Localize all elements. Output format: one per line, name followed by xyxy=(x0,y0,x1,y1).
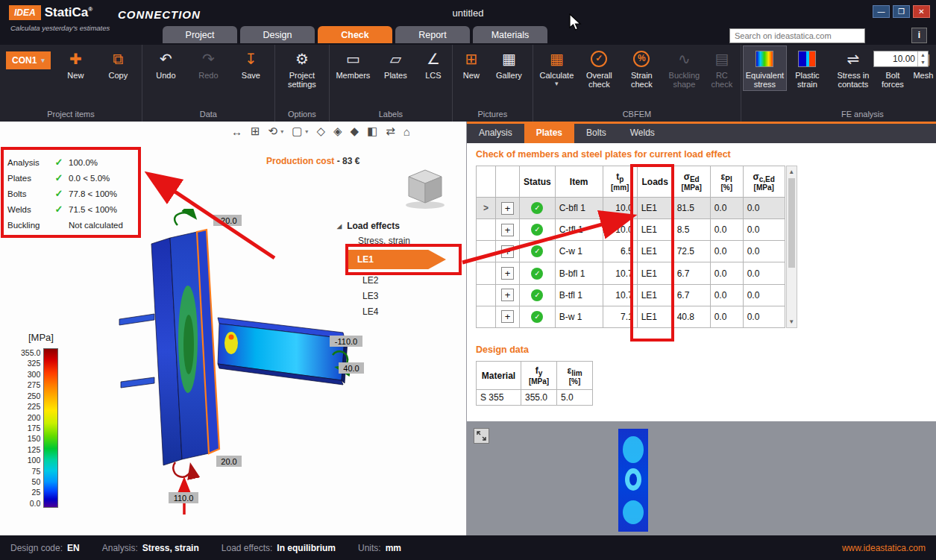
new-picture-button[interactable]: ⊞ New xyxy=(455,46,488,81)
close-button[interactable]: ✕ xyxy=(913,5,930,18)
expand-plus-button[interactable]: + xyxy=(501,310,514,323)
plastic-strain-button[interactable]: Plastic strain xyxy=(786,46,829,90)
buckling-shape-icon: ∿ xyxy=(678,48,691,69)
production-cost: Production cost - 83 € xyxy=(266,156,359,166)
scroll-down-icon[interactable]: ▼ xyxy=(787,316,797,327)
overall-check-button[interactable]: ✓ Overall check xyxy=(578,46,621,90)
shading-view-icon[interactable]: ◧ xyxy=(367,125,377,138)
table-scrollbar[interactable]: ▲ ▼ xyxy=(786,166,797,328)
members-labels-button[interactable]: ▭ Members xyxy=(332,46,374,81)
row-expander[interactable]: > xyxy=(477,198,496,219)
tab-bolts[interactable]: Bolts xyxy=(574,124,618,143)
clip-plane-icon[interactable]: ▢ xyxy=(292,125,302,138)
design-data-heading: Design data xyxy=(476,345,936,355)
scroll-up-icon[interactable]: ▲ xyxy=(787,166,797,177)
table-row[interactable]: > + ✓ C-bfl 1 10.0 LE1 81.5 0.0 0.0 xyxy=(477,198,785,219)
status-ok-icon: ✓ xyxy=(531,311,543,323)
brand-tagline: Calculata yesterday's estimates xyxy=(10,24,110,32)
deformation-scale-spinner[interactable]: 10.00 ▲ ▼ xyxy=(873,51,929,67)
fit-view-icon[interactable]: ⊞ xyxy=(251,125,260,138)
connection-3d-model[interactable]: -20.0 -110.0 40.0 20.0 110.0 xyxy=(104,209,403,522)
chevron-down-icon: ▾ xyxy=(41,57,45,64)
spinner-up-icon[interactable]: ▲ xyxy=(918,51,928,59)
status-bar: Design code: EN Analysis: Stress, strain… xyxy=(0,535,936,560)
table-row[interactable]: + ✓ B-bfl 1 10.7 LE1 6.7 0.0 0.0 xyxy=(477,262,785,284)
tab-check[interactable]: Check xyxy=(318,26,392,43)
tab-plates[interactable]: Plates xyxy=(524,124,574,143)
save-button[interactable]: ↧ Save xyxy=(230,46,272,81)
status-ok-icon: ✓ xyxy=(531,245,543,257)
overall-check-icon: ✓ xyxy=(591,51,607,67)
table-row[interactable]: + ✓ B-tfl 1 10.7 LE1 6.7 0.0 0.0 xyxy=(477,284,785,306)
minimize-button[interactable]: — xyxy=(873,5,890,18)
check-ok-icon: ✓ xyxy=(49,188,69,199)
check-heading: Check of members and steel plates for cu… xyxy=(476,149,936,160)
main-tab-bar: Project Design Check Report Materials xyxy=(163,26,547,43)
expand-preview-button[interactable] xyxy=(474,428,489,444)
navigation-cube[interactable] xyxy=(400,166,449,210)
ribbon-group-labels: ▭ Members ▱ Plates ∠ LCS Labels xyxy=(330,45,453,122)
plates-labels-button[interactable]: ▱ Plates xyxy=(374,46,417,81)
3d-viewport[interactable]: ↔ ⊞ ⟲ ▾ ▢ ▾ ◇ ◈ ◆ ◧ ⇄ ⌂ Analysis ✓ 100.0… xyxy=(0,122,466,535)
search-input[interactable] xyxy=(729,28,865,43)
scrollbar-thumb[interactable] xyxy=(788,178,795,268)
new-picture-icon: ⊞ xyxy=(465,48,477,69)
gallery-button[interactable]: ▦ Gallery xyxy=(488,46,530,81)
spinner-down-icon[interactable]: ▼ xyxy=(918,59,928,66)
buckling-shape-button[interactable]: ∿ Buckling shape xyxy=(663,46,706,90)
expand-plus-button[interactable]: + xyxy=(501,289,514,301)
check-ok-icon: ✓ xyxy=(49,172,69,183)
front-view-icon[interactable]: ◈ xyxy=(333,125,342,138)
measure-icon[interactable]: ↔ xyxy=(231,125,242,138)
mirror-view-icon[interactable]: ⇄ xyxy=(386,125,395,138)
plastic-strain-icon xyxy=(798,51,816,67)
rc-check-button[interactable]: ▤ RC check xyxy=(706,46,738,90)
rotate-view-icon[interactable]: ⟲ xyxy=(268,125,278,138)
load-label-right-moment: 40.0 xyxy=(343,364,359,373)
expand-plus-button[interactable]: + xyxy=(501,245,514,258)
tab-welds[interactable]: Welds xyxy=(618,124,667,143)
table-row[interactable]: + ✓ C-tfl 1 10.0 LE1 8.5 0.0 0.0 xyxy=(477,219,785,241)
ribbon-group-pictures: ⊞ New ▦ Gallery Pictures xyxy=(453,45,533,122)
chevron-down-icon[interactable]: ▾ xyxy=(280,128,283,135)
stress-in-contacts-button[interactable]: ⇌ Stress in contacts xyxy=(829,46,878,90)
results-tab-bar: Analysis Plates Bolts Welds xyxy=(467,122,936,143)
table-row[interactable]: + ✓ C-w 1 6.5 LE1 72.5 0.0 0.0 xyxy=(477,241,785,262)
redo-button[interactable]: ↷ Redo xyxy=(187,46,230,81)
gallery-icon: ▦ xyxy=(502,48,516,69)
axonometry-view-icon[interactable]: ◇ xyxy=(316,125,325,138)
lcs-button[interactable]: ∠ LCS xyxy=(417,46,450,81)
ribbon-group-options: ⚙ Project settings Options xyxy=(275,45,330,122)
equivalent-stress-button[interactable]: Equivalent stress xyxy=(744,46,786,90)
home-view-icon[interactable]: ⌂ xyxy=(403,125,410,138)
tab-report[interactable]: Report xyxy=(395,26,470,43)
status-ok-icon: ✓ xyxy=(531,268,543,280)
expand-plus-button[interactable]: + xyxy=(501,267,514,280)
copy-button[interactable]: ⧉ Copy xyxy=(97,46,139,81)
tab-design[interactable]: Design xyxy=(240,26,315,43)
info-button[interactable]: i xyxy=(911,28,927,43)
expand-plus-button[interactable]: + xyxy=(501,202,514,215)
strain-check-button[interactable]: % Strain check xyxy=(621,46,663,90)
tab-project[interactable]: Project xyxy=(163,26,237,43)
new-item-button[interactable]: ✚ New xyxy=(54,46,97,81)
table-row[interactable]: + ✓ B-w 1 7.1 LE1 40.8 0.0 0.0 xyxy=(477,306,785,327)
maximize-button[interactable]: ❐ xyxy=(893,5,910,18)
window-controls: — ❐ ✕ xyxy=(873,5,930,18)
chevron-down-icon[interactable]: ▾ xyxy=(305,128,308,135)
undo-icon: ↶ xyxy=(160,48,172,69)
tab-analysis[interactable]: Analysis xyxy=(467,124,524,143)
calculate-button[interactable]: ▦ Calculate ▾ xyxy=(535,46,578,88)
summary-row-plates: Plates ✓ 0.0 < 5.0% xyxy=(7,170,136,186)
table-header-row: Status Item tp[mm] Loads σEd[MPa] εPl[%]… xyxy=(477,166,785,198)
website-link[interactable]: www.ideastatica.com xyxy=(842,543,926,553)
connection-selector[interactable]: CON1▾ xyxy=(6,51,51,69)
project-settings-button[interactable]: ⚙ Project settings xyxy=(277,46,327,90)
tab-materials[interactable]: Materials xyxy=(473,26,547,43)
status-ok-icon: ✓ xyxy=(531,202,543,214)
undo-button[interactable]: ↶ Undo xyxy=(145,46,187,81)
stress-color-scale: [MPa] 355.0325 300275 250225 200175 1501… xyxy=(21,332,58,508)
top-view-icon[interactable]: ◆ xyxy=(350,125,359,138)
expand-plus-button[interactable]: + xyxy=(501,224,514,236)
results-content: Check of members and steel plates for cu… xyxy=(467,143,936,421)
